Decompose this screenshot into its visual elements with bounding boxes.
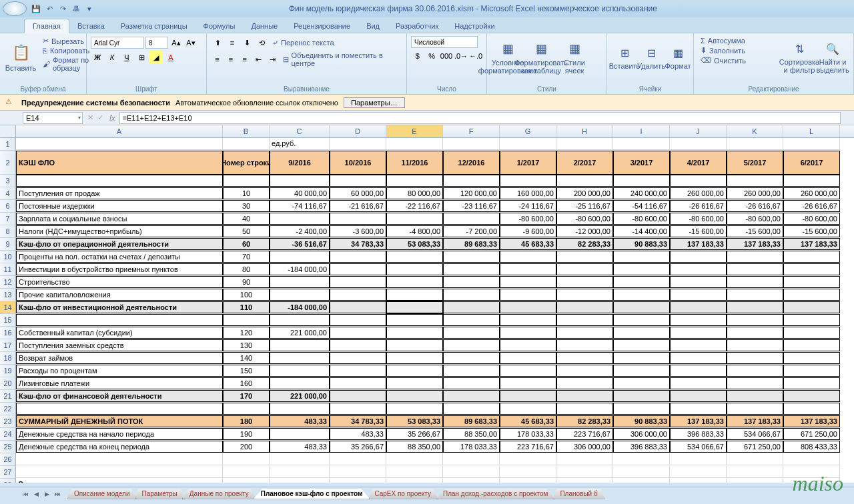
row-header-17[interactable]: 17 xyxy=(0,339,16,352)
cell[interactable] xyxy=(613,453,670,465)
cell[interactable]: 50 xyxy=(223,225,270,237)
cell[interactable]: Собственный капитал (субсидии) xyxy=(16,327,223,339)
cell[interactable] xyxy=(783,301,840,313)
number-format-selector[interactable]: Числовой xyxy=(411,36,478,48)
cell[interactable] xyxy=(613,301,670,313)
cell[interactable] xyxy=(500,479,556,483)
sheet-tab-0[interactable]: Описание модели xyxy=(67,489,137,499)
select-all-corner[interactable] xyxy=(0,125,16,137)
cell[interactable]: 60 xyxy=(223,238,270,250)
cell[interactable] xyxy=(443,479,500,483)
cell[interactable]: -80 600,00 xyxy=(670,213,727,225)
cell[interactable] xyxy=(443,251,500,263)
cell[interactable]: 260 000,00 xyxy=(727,187,783,199)
cell[interactable] xyxy=(500,453,556,465)
cancel-formula-icon[interactable]: ✕ xyxy=(85,113,95,122)
cell[interactable] xyxy=(443,314,500,326)
cell[interactable] xyxy=(727,289,783,301)
cell[interactable] xyxy=(500,365,556,377)
cell[interactable] xyxy=(727,138,783,150)
cell[interactable] xyxy=(613,327,670,339)
cell[interactable] xyxy=(727,466,783,478)
cell[interactable] xyxy=(386,301,443,313)
cell[interactable] xyxy=(727,479,783,483)
autosum-button[interactable]: ΣАвтосумма xyxy=(698,36,748,45)
cell[interactable]: -9 600,00 xyxy=(500,225,556,237)
cell[interactable]: -22 116,67 xyxy=(386,200,443,212)
cell[interactable] xyxy=(613,314,670,326)
cell[interactable] xyxy=(270,175,330,187)
cell[interactable]: Кэш-фло от инвестиционной деятельности xyxy=(16,301,223,313)
bold-button[interactable]: Ж xyxy=(91,51,104,64)
cell[interactable]: 34 783,33 xyxy=(330,238,386,250)
delete-cells-button[interactable]: ⊟Удалить xyxy=(638,36,665,80)
tab-last-icon[interactable]: ⏭ xyxy=(52,491,63,497)
format-painter-button[interactable]: 🖌Формат по образцу xyxy=(40,55,92,73)
cell[interactable] xyxy=(670,175,727,187)
cell[interactable] xyxy=(386,251,443,263)
cell[interactable]: 221 000,00 xyxy=(270,390,330,402)
comma-button[interactable]: 000 xyxy=(440,49,453,63)
cell[interactable]: 120 000,00 xyxy=(443,187,500,199)
row-header-24[interactable]: 24 xyxy=(0,428,16,441)
ribbon-tab-3[interactable]: Формулы xyxy=(195,19,244,33)
cell[interactable]: 9/2016 xyxy=(270,151,330,175)
cell[interactable]: 221 000,00 xyxy=(270,327,330,339)
cell[interactable]: 170 xyxy=(223,390,270,402)
format-cells-button[interactable]: ▦Формат xyxy=(665,36,691,80)
cell[interactable] xyxy=(330,352,386,364)
cell[interactable] xyxy=(500,352,556,364)
col-header-K[interactable]: K xyxy=(727,125,783,137)
cell[interactable] xyxy=(223,403,270,415)
cell[interactable]: 306 000,00 xyxy=(556,441,613,453)
cell[interactable]: 45 683,33 xyxy=(500,415,556,427)
cell[interactable] xyxy=(783,327,840,339)
cell[interactable] xyxy=(330,276,386,288)
cell[interactable] xyxy=(330,479,386,483)
cell[interactable] xyxy=(386,339,443,351)
cell[interactable] xyxy=(330,175,386,187)
row-header-19[interactable]: 19 xyxy=(0,365,16,377)
cell[interactable]: 40 000,00 xyxy=(270,187,330,199)
cell[interactable] xyxy=(556,314,613,326)
cell[interactable] xyxy=(556,327,613,339)
ribbon-tab-5[interactable]: Рецензирование xyxy=(286,19,358,33)
cell[interactable]: ед.руб. xyxy=(270,138,330,150)
cell[interactable]: 483,33 xyxy=(270,415,330,427)
cell[interactable] xyxy=(16,138,223,150)
cell[interactable] xyxy=(443,327,500,339)
cell[interactable] xyxy=(270,314,330,326)
row-header-6[interactable]: 6 xyxy=(0,200,16,213)
cell[interactable]: 82 283,33 xyxy=(556,415,613,427)
cell[interactable]: -4 800,00 xyxy=(386,225,443,237)
cell[interactable] xyxy=(556,301,613,313)
cell[interactable]: 4/2017 xyxy=(670,151,727,175)
cell[interactable] xyxy=(223,479,270,483)
cell[interactable]: Поступления заемных средств xyxy=(16,339,223,351)
cell[interactable] xyxy=(270,377,330,389)
cell[interactable]: -80 600,00 xyxy=(500,213,556,225)
cell[interactable] xyxy=(783,453,840,465)
cell[interactable]: 90 883,33 xyxy=(613,238,670,250)
cell[interactable]: Номер строки xyxy=(223,151,270,175)
cell[interactable] xyxy=(500,301,556,313)
cell[interactable]: 223 716,67 xyxy=(556,428,613,440)
cell[interactable]: -80 600,00 xyxy=(727,213,783,225)
tab-prev-icon[interactable]: ◀ xyxy=(31,491,41,497)
cell[interactable] xyxy=(556,390,613,402)
redo-icon[interactable]: ↷ xyxy=(57,3,68,14)
cell[interactable] xyxy=(330,251,386,263)
cell[interactable]: 534 066,67 xyxy=(727,428,783,440)
cell[interactable]: 140 xyxy=(223,352,270,364)
cell[interactable] xyxy=(613,138,670,150)
cell[interactable] xyxy=(330,213,386,225)
align-left-button[interactable]: ≡ xyxy=(211,53,224,66)
row-header-2[interactable]: 2 xyxy=(0,151,16,175)
cell[interactable] xyxy=(270,289,330,301)
cell[interactable]: 396 883,33 xyxy=(613,441,670,453)
border-button[interactable]: ⊞ xyxy=(135,51,148,64)
cell[interactable] xyxy=(386,403,443,415)
cell[interactable] xyxy=(670,327,727,339)
cell[interactable]: 70 xyxy=(223,251,270,263)
cell[interactable] xyxy=(670,466,727,478)
